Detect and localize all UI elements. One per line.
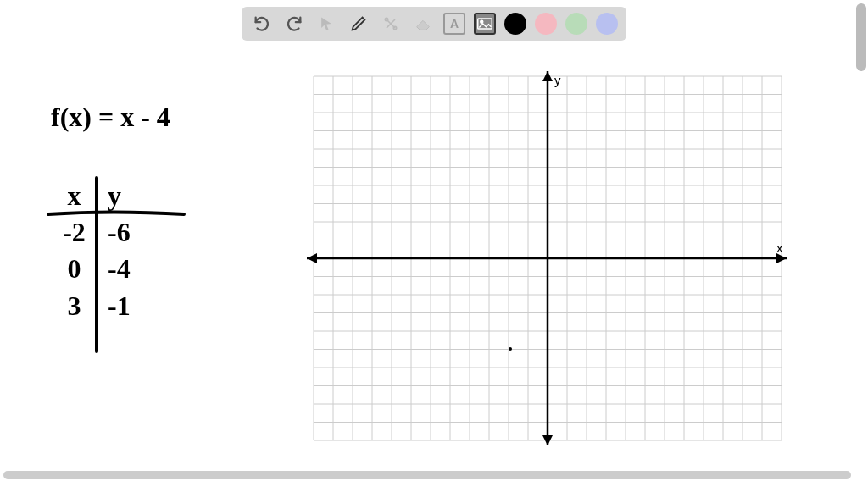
x-axis-label: x bbox=[776, 240, 783, 255]
table-row: 0 -4 bbox=[51, 251, 157, 287]
table-row: -2 -6 bbox=[51, 214, 157, 251]
pencil-tool[interactable] bbox=[347, 12, 370, 36]
table-header-x: x bbox=[51, 178, 97, 214]
vertical-scrollbar[interactable] bbox=[856, 3, 866, 71]
undo-button[interactable] bbox=[250, 12, 274, 36]
coordinate-grid: x y bbox=[297, 68, 788, 449]
toolbar: A bbox=[242, 7, 626, 41]
horizontal-scrollbar[interactable] bbox=[3, 471, 851, 479]
y-axis-label: y bbox=[554, 73, 561, 87]
text-tool[interactable]: A bbox=[443, 13, 465, 35]
eraser-tool[interactable] bbox=[411, 12, 435, 36]
color-green[interactable] bbox=[565, 13, 587, 35]
pointer-tool[interactable] bbox=[314, 12, 338, 36]
image-tool[interactable] bbox=[474, 13, 496, 35]
color-black[interactable] bbox=[504, 13, 526, 35]
table-row: 3 -1 bbox=[51, 288, 157, 324]
svg-point-56 bbox=[509, 347, 512, 351]
svg-point-3 bbox=[481, 20, 483, 23]
tools-button[interactable] bbox=[379, 12, 403, 36]
redo-button[interactable] bbox=[282, 12, 306, 36]
equation-text: f(x) = x - 4 bbox=[51, 102, 170, 133]
xy-table: x y -2 -6 0 -4 3 -1 bbox=[51, 178, 157, 324]
color-pink[interactable] bbox=[535, 13, 557, 35]
color-blue[interactable] bbox=[596, 13, 618, 35]
table-header-y: y bbox=[97, 178, 157, 214]
svg-marker-53 bbox=[307, 253, 317, 263]
